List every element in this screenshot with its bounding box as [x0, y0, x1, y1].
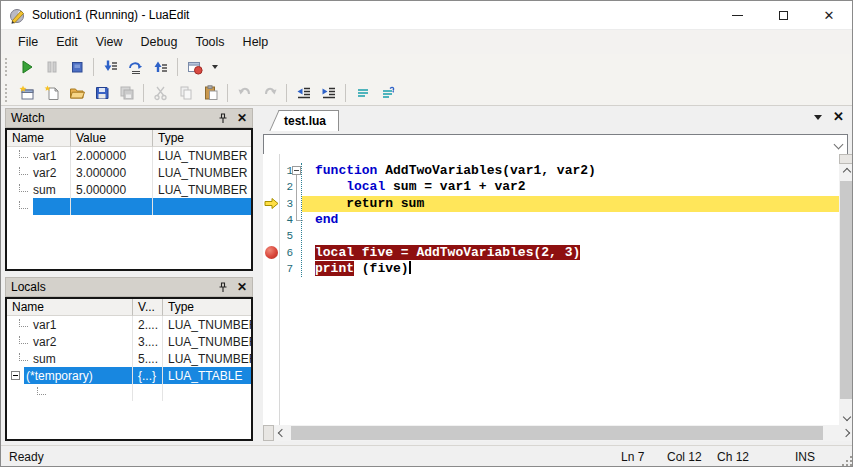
watch-col-name[interactable]: Name: [7, 130, 71, 147]
redo-button[interactable]: [258, 82, 281, 104]
code-line-5[interactable]: [302, 228, 839, 244]
locals-close-icon[interactable]: ✕: [237, 280, 247, 294]
scroll-up-button[interactable]: [839, 164, 853, 180]
luaedit-window: Solution1 (Running) - LuaEdit ✕ File Edi…: [0, 0, 853, 467]
stop-button[interactable]: [65, 56, 88, 78]
open-button[interactable]: [65, 82, 88, 104]
step-into-button[interactable]: [99, 56, 122, 78]
toolbar-separator: [345, 84, 346, 102]
locals-col-type[interactable]: Type: [163, 299, 251, 316]
status-message: Ready: [9, 450, 44, 464]
fold-collapse-icon[interactable]: [292, 166, 301, 175]
pin-icon[interactable]: [218, 113, 228, 124]
breakpoints-window-button[interactable]: [183, 56, 206, 78]
breakpoint-icon[interactable]: [265, 246, 278, 259]
watch-col-value[interactable]: Value: [71, 130, 153, 147]
resize-grip[interactable]: [842, 456, 852, 466]
undo-button[interactable]: [233, 82, 256, 104]
splitter-handle[interactable]: [839, 154, 853, 164]
status-bar: Ready Ln 7 Col 12 Ch 12 INS: [1, 445, 853, 467]
code-line-4[interactable]: end: [302, 212, 839, 228]
locals-row-var1[interactable]: var1 2.... LUA_TNUMBER: [7, 316, 251, 333]
tab-test-lua[interactable]: test.lua: [280, 110, 339, 131]
step-out-icon: [153, 59, 169, 75]
outdent-button[interactable]: [292, 82, 315, 104]
copy-button[interactable]: [174, 82, 197, 104]
horizontal-scroll-thumb[interactable]: [291, 426, 823, 440]
horizontal-scroll-track[interactable]: [290, 425, 838, 441]
watch-row-var2[interactable]: var2 3.000000 LUA_TNUMBER: [7, 164, 251, 181]
save-all-button[interactable]: [115, 82, 138, 104]
debug-toolbar: [1, 54, 852, 80]
tree-branch-icon: [19, 336, 28, 344]
menu-edit[interactable]: Edit: [47, 31, 87, 53]
locals-panel-header: Locals ✕: [5, 277, 253, 297]
menu-view[interactable]: View: [87, 31, 132, 53]
menu-bar: File Edit View Debug Tools Help: [1, 30, 852, 54]
step-over-button[interactable]: [124, 56, 147, 78]
toolbar-grip[interactable]: [5, 84, 10, 102]
collapse-expander-icon[interactable]: [11, 371, 20, 380]
save-icon: [94, 85, 110, 101]
toolbar-separator: [93, 58, 94, 76]
locals-panel-title: Locals: [11, 280, 218, 294]
scroll-down-button[interactable]: [839, 409, 853, 425]
watch-row-var1[interactable]: var1 2.000000 LUA_TNUMBER: [7, 147, 251, 164]
paste-button[interactable]: [199, 82, 222, 104]
vertical-scroll-thumb[interactable]: [840, 181, 853, 399]
cut-button[interactable]: [149, 82, 172, 104]
code-line-3-current[interactable]: return sum: [302, 196, 839, 212]
step-out-button[interactable]: [149, 56, 172, 78]
maximize-button[interactable]: [760, 1, 806, 30]
menu-file[interactable]: File: [9, 31, 47, 53]
uncomment-lines-button[interactable]: [376, 82, 399, 104]
scroll-right-button[interactable]: [838, 425, 853, 441]
watch-header-row: Name Value Type: [7, 130, 251, 147]
save-button[interactable]: [90, 82, 113, 104]
new-solution-button[interactable]: [15, 82, 38, 104]
document-close-icon[interactable]: ✕: [833, 109, 844, 124]
scroll-left-button[interactable]: [274, 425, 290, 441]
function-combobox[interactable]: [263, 134, 848, 155]
indent-button[interactable]: [317, 82, 340, 104]
watch-col-type[interactable]: Type: [153, 130, 251, 147]
new-file-button[interactable]: [40, 82, 63, 104]
watch-close-icon[interactable]: ✕: [237, 111, 247, 125]
toolbar-separator: [177, 58, 178, 76]
locals-row-sum[interactable]: sum 5.... LUA_TNUMBER: [7, 350, 251, 367]
code-lines[interactable]: function AddTwoVariables(var1, var2) loc…: [301, 163, 839, 277]
code-editor[interactable]: 1 2 3 4 5 6 7 function AddTwoVariables(v…: [263, 154, 839, 425]
code-line-1[interactable]: function AddTwoVariables(var1, var2): [302, 163, 839, 179]
line-number-gutter: 1 2 3 4 5 6 7: [280, 163, 293, 277]
breakpoints-dropdown-button[interactable]: [208, 56, 220, 78]
vertical-scrollbar[interactable]: [839, 154, 853, 425]
line-number: 7: [280, 261, 293, 277]
run-button[interactable]: [15, 56, 38, 78]
comment-lines-icon: [355, 85, 371, 101]
code-line-6-breakpoint[interactable]: local five = AddTwoVariables(2, 3): [302, 245, 839, 261]
comment-lines-button[interactable]: [351, 82, 374, 104]
locals-row-temporary-child[interactable]: [7, 384, 251, 401]
menu-debug[interactable]: Debug: [132, 31, 187, 53]
minimize-button[interactable]: [714, 1, 760, 30]
locals-col-name[interactable]: Name: [7, 299, 133, 316]
toolbar-grip[interactable]: [5, 58, 10, 76]
close-button[interactable]: ✕: [806, 1, 852, 30]
pin-icon[interactable]: [218, 282, 228, 293]
window-title: Solution1 (Running) - LuaEdit: [32, 8, 189, 22]
close-icon: ✕: [824, 9, 835, 22]
line-number: 4: [280, 212, 293, 228]
code-line-2[interactable]: local sum = var1 + var2: [302, 179, 839, 195]
pause-button[interactable]: [40, 56, 63, 78]
locals-row-var2[interactable]: var2 3.... LUA_TNUMBER: [7, 333, 251, 350]
menu-tools[interactable]: Tools: [186, 31, 233, 53]
locals-col-value[interactable]: V...: [133, 299, 163, 316]
menu-help[interactable]: Help: [234, 31, 278, 53]
watch-row-new-selected[interactable]: [7, 198, 251, 215]
horizontal-scrollbar[interactable]: [263, 425, 853, 441]
tab-list-dropdown-icon[interactable]: [814, 115, 822, 120]
locals-row-temporary-selected[interactable]: (*temporary) {...} LUA_TTABLE: [7, 367, 251, 384]
splitter-handle[interactable]: [263, 425, 274, 441]
code-line-7[interactable]: print (five): [302, 261, 839, 277]
watch-row-sum[interactable]: sum 5.000000 LUA_TNUMBER: [7, 181, 251, 198]
